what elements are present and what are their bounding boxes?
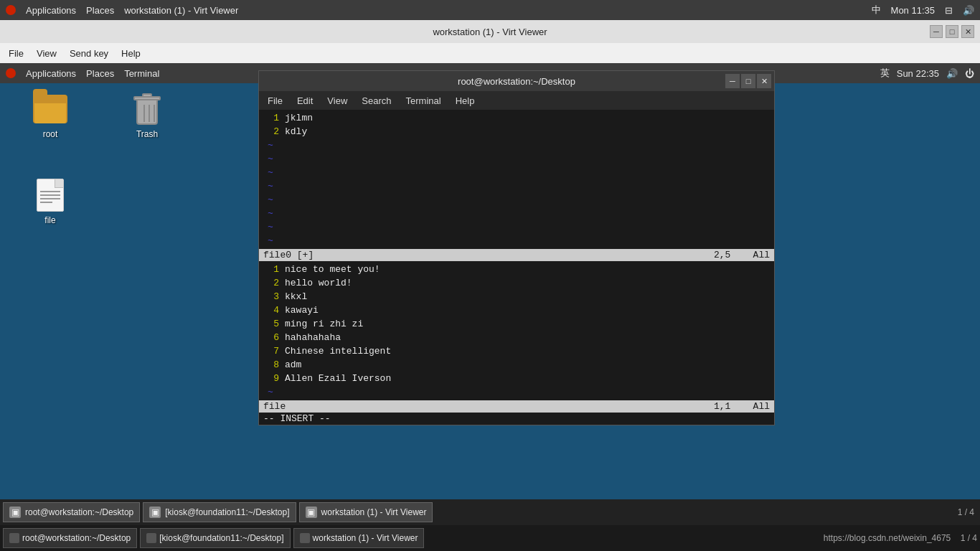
host-places[interactable]: Places	[86, 5, 114, 16]
host-app-icon	[6, 5, 16, 15]
host-indicator: 中	[872, 4, 881, 17]
vim-pane-bottom[interactable]: 1 nice to meet you! 2 hello world! 3 kkx…	[259, 261, 774, 400]
terminal-menubar: File Edit View Search Terminal Help	[259, 91, 774, 110]
vim-top-position: 2,5 All	[714, 250, 770, 260]
vim-tilde-5: ~	[259, 193, 774, 207]
host-topbar: Applications Places workstation (1) - Vi…	[0, 0, 980, 20]
maximize-button[interactable]: □	[946, 25, 958, 38]
desktop-icon-trash[interactable]: Trash	[118, 92, 176, 139]
file-icon	[33, 178, 67, 212]
host-task-virt[interactable]: workstation (1) - Virt Viewer	[293, 528, 425, 548]
terminal-body: 1 jklmn 2 kdly ~ ~ ~	[259, 110, 774, 425]
vim-statusbar-bottom: file 1,1 All	[259, 400, 774, 413]
vim-bottom-line-8: 8 adm	[259, 358, 774, 372]
host-network-icon: ⊟	[945, 5, 953, 16]
virt-menu-help[interactable]: Help	[116, 47, 146, 60]
vim-bottom-line-1: 1 nice to meet you!	[259, 263, 774, 276]
vim-tilde-3: ~	[259, 166, 774, 179]
term-menu-file[interactable]: File	[262, 94, 288, 108]
virt-menu-file[interactable]: File	[3, 47, 29, 60]
host-bottombar: root@workstation:~/Desktop [kiosk@founda…	[0, 525, 980, 551]
host-url: https://blog.csdn.net/weixin_4675	[824, 533, 951, 543]
vim-tilde-4: ~	[259, 179, 774, 193]
term-menu-help[interactable]: Help	[450, 94, 481, 108]
vim-bottom-line-4: 4 kawayi	[259, 303, 774, 317]
guest-terminal-menu[interactable]: Terminal	[124, 68, 159, 79]
terminal-close[interactable]: ✕	[757, 74, 771, 88]
term-menu-view[interactable]: View	[321, 94, 353, 108]
host-task-1-label: root@workstation:~/Desktop	[22, 533, 131, 543]
minimize-button[interactable]: ─	[930, 25, 943, 38]
guest-places[interactable]: Places	[86, 68, 114, 79]
guest-taskbar-page: 1 / 4	[958, 507, 974, 517]
vim-bottom-tilde: ~	[259, 385, 774, 399]
folder-icon	[33, 92, 67, 126]
host-task-2-label: [kiosk@foundation11:~/Desktop]	[159, 533, 283, 543]
close-button[interactable]: ✕	[961, 25, 974, 38]
host-task-virt-icon	[300, 533, 310, 543]
desktop-icon-file-label: file	[44, 215, 55, 225]
host-time: Mon 11:35	[891, 5, 935, 16]
guest-taskbar-right: 1 / 4	[958, 507, 977, 517]
vim-tilde-6: ~	[259, 207, 774, 220]
virt-menubar: File View Send key Help	[0, 43, 980, 63]
host-bottombar-right: https://blog.csdn.net/weixin_4675 1 / 4	[824, 533, 977, 543]
host-window-title: workstation (1) - Virt Viewer	[124, 5, 238, 16]
vim-tilde-2: ~	[259, 152, 774, 166]
guest-task-virt[interactable]: ▣ workstation (1) - Virt Viewer	[299, 502, 433, 522]
virt-menu-view[interactable]: View	[31, 47, 62, 60]
virt-titlebar: workstation (1) - Virt Viewer ─ □ ✕	[0, 20, 980, 43]
term-menu-edit[interactable]: Edit	[291, 94, 319, 108]
terminal-title: root@workstation:~/Desktop	[458, 76, 575, 87]
guest-power-icon[interactable]: ⏻	[965, 68, 974, 79]
vim-bottom-line-9: 9 Allen Ezail Iverson	[259, 372, 774, 385]
host-task-2[interactable]: [kiosk@foundation11:~/Desktop]	[140, 528, 290, 548]
trash-icon	[130, 92, 164, 126]
vim-bottom-line-6: 6 hahahahaha	[259, 331, 774, 344]
guest-area: Applications Places Terminal 英 Sun 22:35…	[0, 63, 980, 525]
guest-lang: 英	[880, 67, 890, 80]
virt-window-controls[interactable]: ─ □ ✕	[930, 25, 974, 38]
guest-task-kiosk-icon: ▣	[149, 507, 161, 518]
guest-volume-icon: 🔊	[946, 68, 958, 79]
guest-applications[interactable]: Applications	[26, 68, 76, 79]
guest-task-terminal[interactable]: ▣ root@workstation:~/Desktop	[3, 502, 140, 522]
guest-task-virt-label: workstation (1) - Virt Viewer	[321, 507, 427, 517]
term-menu-terminal[interactable]: Terminal	[400, 94, 447, 108]
host-task-virt-label: workstation (1) - Virt Viewer	[313, 533, 418, 543]
terminal-maximize[interactable]: □	[741, 74, 755, 88]
host-task-1-icon	[9, 533, 19, 543]
vim-bottom-filename: file	[263, 401, 286, 412]
vim-insert-bar: -- INSERT --	[259, 413, 774, 425]
vim-tilde-8: ~	[259, 234, 774, 248]
terminal-window: root@workstation:~/Desktop ─ □ ✕ File Ed…	[258, 70, 775, 425]
host-applications[interactable]: Applications	[26, 5, 76, 16]
desktop-icon-file[interactable]: file	[22, 178, 79, 225]
vim-bottom-line-5: 5 ming ri zhi zi	[259, 317, 774, 331]
host-task-1[interactable]: root@workstation:~/Desktop	[3, 528, 137, 548]
guest-time: Sun 22:35	[897, 68, 939, 79]
guest-app-icon	[6, 68, 16, 78]
host-volume-icon: 🔊	[963, 5, 974, 16]
vim-pane-top[interactable]: 1 jklmn 2 kdly ~ ~ ~	[259, 110, 774, 249]
guest-task-terminal-icon: ▣	[9, 507, 21, 518]
desktop-icon-root[interactable]: root	[22, 92, 79, 139]
vim-line-1: 1 jklmn	[259, 111, 774, 125]
vim-tilde-1: ~	[259, 138, 774, 152]
vim-bottom-line-2: 2 hello world!	[259, 276, 774, 290]
virt-menu-sendkey[interactable]: Send key	[64, 47, 114, 60]
vim-bottom-line-7: 7 Chinese intelligent	[259, 344, 774, 358]
vim-statusbar-top: file0 [+] 2,5 All	[259, 249, 774, 261]
term-menu-search[interactable]: Search	[356, 94, 397, 108]
virt-title: workstation (1) - Virt Viewer	[433, 27, 547, 37]
guest-task-kiosk[interactable]: ▣ [kiosk@foundation11:~/Desktop]	[143, 502, 296, 522]
terminal-controls[interactable]: ─ □ ✕	[725, 74, 771, 88]
desktop-icon-root-label: root	[43, 129, 58, 139]
terminal-minimize[interactable]: ─	[725, 74, 740, 88]
vim-insert-mode: -- INSERT --	[263, 413, 331, 424]
vim-tilde-7: ~	[259, 220, 774, 234]
vim-bottom-line-3: 3 kkxl	[259, 290, 774, 303]
host-page: 1 / 4	[961, 533, 977, 543]
guest-task-virt-icon: ▣	[306, 507, 317, 518]
desktop-icon-trash-label: Trash	[136, 129, 158, 139]
